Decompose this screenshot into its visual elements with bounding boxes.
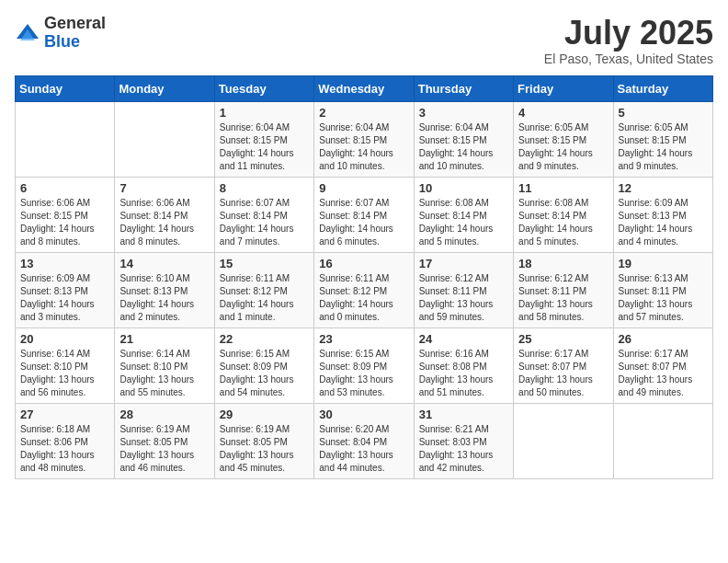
calendar-cell: 25Sunrise: 6:17 AM Sunset: 8:07 PM Dayli…	[514, 327, 613, 403]
calendar-cell: 30Sunrise: 6:20 AM Sunset: 8:04 PM Dayli…	[314, 403, 414, 478]
calendar-cell: 9Sunrise: 6:07 AM Sunset: 8:14 PM Daylig…	[314, 177, 414, 252]
day-number: 28	[119, 408, 209, 421]
calendar-cell: 14Sunrise: 6:10 AM Sunset: 8:13 PM Dayli…	[115, 252, 214, 327]
day-info: Sunrise: 6:07 AM Sunset: 8:14 PM Dayligh…	[220, 197, 309, 248]
day-number: 1	[220, 106, 309, 120]
page-header: General Blue July 2025 El Paso, Texas, U…	[15, 15, 713, 66]
calendar-week-row: 27Sunrise: 6:18 AM Sunset: 8:06 PM Dayli…	[16, 403, 713, 478]
day-number: 7	[119, 181, 209, 195]
day-number: 29	[220, 408, 309, 421]
day-info: Sunrise: 6:08 AM Sunset: 8:14 PM Dayligh…	[419, 197, 508, 248]
calendar-cell: 11Sunrise: 6:08 AM Sunset: 8:14 PM Dayli…	[514, 177, 613, 252]
calendar-cell: 16Sunrise: 6:11 AM Sunset: 8:12 PM Dayli…	[314, 252, 414, 327]
day-number: 26	[619, 332, 708, 346]
calendar-cell: 8Sunrise: 6:07 AM Sunset: 8:14 PM Daylig…	[214, 177, 313, 252]
day-number: 22	[220, 332, 309, 346]
day-number: 9	[319, 181, 408, 195]
day-info: Sunrise: 6:06 AM Sunset: 8:15 PM Dayligh…	[20, 197, 109, 248]
day-number: 17	[419, 257, 508, 270]
calendar-cell: 20Sunrise: 6:14 AM Sunset: 8:10 PM Dayli…	[16, 327, 115, 403]
day-number: 8	[220, 181, 309, 195]
day-number: 16	[319, 257, 408, 270]
logo-icon	[15, 20, 40, 46]
location-text: El Paso, Texas, United States	[544, 52, 713, 66]
day-number: 2	[319, 106, 408, 120]
day-info: Sunrise: 6:17 AM Sunset: 8:07 PM Dayligh…	[619, 348, 708, 399]
calendar-cell: 17Sunrise: 6:12 AM Sunset: 8:11 PM Dayli…	[414, 252, 513, 327]
calendar-cell	[613, 403, 712, 478]
calendar-cell: 27Sunrise: 6:18 AM Sunset: 8:06 PM Dayli…	[16, 403, 115, 478]
calendar-cell: 19Sunrise: 6:13 AM Sunset: 8:11 PM Dayli…	[613, 252, 712, 327]
weekday-header-friday: Friday	[514, 75, 613, 101]
day-info: Sunrise: 6:13 AM Sunset: 8:11 PM Dayligh…	[619, 272, 708, 324]
calendar-cell	[514, 403, 613, 478]
day-info: Sunrise: 6:04 AM Sunset: 8:15 PM Dayligh…	[319, 121, 408, 173]
weekday-header-tuesday: Tuesday	[214, 75, 313, 101]
day-number: 30	[319, 408, 408, 421]
day-info: Sunrise: 6:19 AM Sunset: 8:05 PM Dayligh…	[220, 423, 309, 475]
day-info: Sunrise: 6:14 AM Sunset: 8:10 PM Dayligh…	[119, 348, 209, 399]
day-info: Sunrise: 6:08 AM Sunset: 8:14 PM Dayligh…	[518, 197, 608, 248]
weekday-header-row: SundayMondayTuesdayWednesdayThursdayFrid…	[16, 75, 713, 101]
day-info: Sunrise: 6:10 AM Sunset: 8:13 PM Dayligh…	[119, 272, 209, 324]
day-number: 12	[619, 181, 708, 195]
day-number: 23	[319, 332, 408, 346]
day-number: 5	[619, 106, 708, 120]
day-number: 31	[419, 408, 508, 421]
day-info: Sunrise: 6:07 AM Sunset: 8:14 PM Dayligh…	[319, 197, 408, 248]
day-info: Sunrise: 6:19 AM Sunset: 8:05 PM Dayligh…	[119, 423, 209, 475]
day-number: 6	[20, 181, 109, 195]
day-info: Sunrise: 6:16 AM Sunset: 8:08 PM Dayligh…	[419, 348, 508, 399]
calendar-cell: 5Sunrise: 6:05 AM Sunset: 8:15 PM Daylig…	[613, 101, 712, 177]
day-info: Sunrise: 6:17 AM Sunset: 8:07 PM Dayligh…	[518, 348, 608, 399]
weekday-header-saturday: Saturday	[613, 75, 712, 101]
weekday-header-thursday: Thursday	[414, 75, 513, 101]
day-info: Sunrise: 6:12 AM Sunset: 8:11 PM Dayligh…	[518, 272, 608, 324]
day-info: Sunrise: 6:04 AM Sunset: 8:15 PM Dayligh…	[220, 121, 309, 173]
day-number: 20	[20, 332, 109, 346]
calendar-cell: 2Sunrise: 6:04 AM Sunset: 8:15 PM Daylig…	[314, 101, 414, 177]
day-info: Sunrise: 6:09 AM Sunset: 8:13 PM Dayligh…	[20, 272, 109, 324]
calendar-cell	[16, 101, 115, 177]
day-number: 3	[419, 106, 508, 120]
day-info: Sunrise: 6:12 AM Sunset: 8:11 PM Dayligh…	[419, 272, 508, 324]
day-number: 25	[518, 332, 608, 346]
day-info: Sunrise: 6:05 AM Sunset: 8:15 PM Dayligh…	[619, 121, 708, 173]
calendar-cell: 12Sunrise: 6:09 AM Sunset: 8:13 PM Dayli…	[613, 177, 712, 252]
day-info: Sunrise: 6:20 AM Sunset: 8:04 PM Dayligh…	[319, 423, 408, 475]
day-number: 21	[119, 332, 209, 346]
calendar-cell: 13Sunrise: 6:09 AM Sunset: 8:13 PM Dayli…	[16, 252, 115, 327]
day-info: Sunrise: 6:21 AM Sunset: 8:03 PM Dayligh…	[419, 423, 508, 475]
logo: General Blue	[15, 15, 106, 52]
calendar-week-row: 13Sunrise: 6:09 AM Sunset: 8:13 PM Dayli…	[16, 252, 713, 327]
weekday-header-sunday: Sunday	[16, 75, 115, 101]
calendar-week-row: 1Sunrise: 6:04 AM Sunset: 8:15 PM Daylig…	[16, 101, 713, 177]
calendar-cell: 7Sunrise: 6:06 AM Sunset: 8:14 PM Daylig…	[115, 177, 214, 252]
calendar-cell: 1Sunrise: 6:04 AM Sunset: 8:15 PM Daylig…	[214, 101, 313, 177]
day-number: 10	[419, 181, 508, 195]
calendar-cell: 4Sunrise: 6:05 AM Sunset: 8:15 PM Daylig…	[514, 101, 613, 177]
calendar-week-row: 20Sunrise: 6:14 AM Sunset: 8:10 PM Dayli…	[16, 327, 713, 403]
day-info: Sunrise: 6:14 AM Sunset: 8:10 PM Dayligh…	[20, 348, 109, 399]
calendar-cell: 3Sunrise: 6:04 AM Sunset: 8:15 PM Daylig…	[414, 101, 513, 177]
calendar-cell: 26Sunrise: 6:17 AM Sunset: 8:07 PM Dayli…	[613, 327, 712, 403]
weekday-header-monday: Monday	[115, 75, 214, 101]
day-number: 24	[419, 332, 508, 346]
calendar-cell: 31Sunrise: 6:21 AM Sunset: 8:03 PM Dayli…	[414, 403, 513, 478]
calendar-cell	[115, 101, 214, 177]
month-title: July 2025	[544, 15, 713, 52]
logo-general-text: General	[44, 14, 106, 32]
calendar-cell: 22Sunrise: 6:15 AM Sunset: 8:09 PM Dayli…	[214, 327, 313, 403]
calendar-cell: 24Sunrise: 6:16 AM Sunset: 8:08 PM Dayli…	[414, 327, 513, 403]
day-number: 18	[518, 257, 608, 270]
day-number: 19	[619, 257, 708, 270]
calendar-cell: 29Sunrise: 6:19 AM Sunset: 8:05 PM Dayli…	[214, 403, 313, 478]
calendar-week-row: 6Sunrise: 6:06 AM Sunset: 8:15 PM Daylig…	[16, 177, 713, 252]
day-info: Sunrise: 6:05 AM Sunset: 8:15 PM Dayligh…	[518, 121, 608, 173]
calendar-cell: 6Sunrise: 6:06 AM Sunset: 8:15 PM Daylig…	[16, 177, 115, 252]
calendar-cell: 10Sunrise: 6:08 AM Sunset: 8:14 PM Dayli…	[414, 177, 513, 252]
day-info: Sunrise: 6:04 AM Sunset: 8:15 PM Dayligh…	[419, 121, 508, 173]
calendar-cell: 18Sunrise: 6:12 AM Sunset: 8:11 PM Dayli…	[514, 252, 613, 327]
day-info: Sunrise: 6:15 AM Sunset: 8:09 PM Dayligh…	[319, 348, 408, 399]
calendar-table: SundayMondayTuesdayWednesdayThursdayFrid…	[15, 75, 713, 479]
